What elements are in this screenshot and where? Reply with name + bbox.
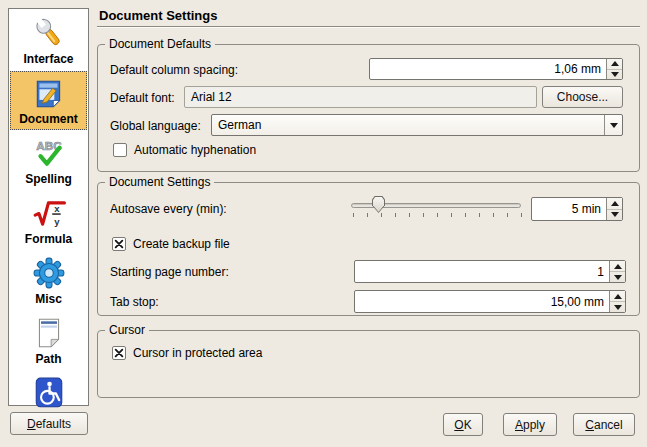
spin-down-icon[interactable] bbox=[607, 209, 622, 221]
cancel-button[interactable]: Cancel bbox=[573, 413, 635, 436]
spin-up-icon[interactable] bbox=[610, 291, 625, 301]
choose-font-button[interactable]: Choose... bbox=[542, 86, 623, 108]
sidebar-item-label: Misc bbox=[35, 292, 62, 306]
group-document-settings: Document Settings Autosave every (min): … bbox=[97, 182, 640, 316]
sidebar-item-label: Spelling bbox=[25, 172, 72, 186]
column-spacing-spinbox[interactable]: 1,06 mm bbox=[369, 58, 623, 80]
category-list: Interface Document ABC Spelling x y Form… bbox=[8, 8, 89, 406]
document-icon bbox=[32, 76, 66, 110]
column-spacing-label: Default column spacing: bbox=[110, 63, 238, 77]
defaults-button[interactable]: Defaults bbox=[10, 412, 88, 435]
accessibility-icon bbox=[32, 376, 66, 410]
create-backup-checkbox[interactable] bbox=[112, 237, 126, 251]
column-spacing-value[interactable]: 1,06 mm bbox=[370, 62, 606, 76]
wrench-icon bbox=[32, 16, 66, 50]
autosave-label: Autosave every (min): bbox=[110, 202, 227, 216]
autosave-spinbox[interactable]: 5 min bbox=[531, 197, 623, 221]
tab-stop-spinbox[interactable]: 15,00 mm bbox=[354, 290, 626, 313]
default-font-field: Arial 12 bbox=[184, 86, 537, 108]
starting-page-value[interactable]: 1 bbox=[355, 265, 609, 279]
formula-icon: x y bbox=[32, 196, 66, 230]
apply-button[interactable]: Apply bbox=[503, 413, 557, 436]
default-font-value: Arial 12 bbox=[191, 90, 232, 104]
spin-up-icon[interactable] bbox=[607, 59, 622, 69]
sidebar-item-spelling[interactable]: ABC Spelling bbox=[10, 131, 87, 190]
x-mark-icon bbox=[114, 239, 124, 249]
tab-stop-value[interactable]: 15,00 mm bbox=[355, 295, 609, 309]
spin-down-icon[interactable] bbox=[610, 301, 625, 312]
default-font-label: Default font: bbox=[110, 91, 175, 105]
group-legend: Document Settings bbox=[105, 175, 214, 189]
sidebar-item-label: Path bbox=[35, 352, 61, 366]
sidebar-item-label: Formula bbox=[25, 232, 72, 246]
autosave-slider-handle[interactable] bbox=[372, 196, 385, 213]
ok-button[interactable]: OK bbox=[443, 413, 483, 436]
spin-up-icon[interactable] bbox=[610, 261, 625, 271]
starting-page-spinbox[interactable]: 1 bbox=[354, 260, 626, 283]
page-icon bbox=[32, 316, 66, 350]
spin-up-icon[interactable] bbox=[607, 198, 622, 209]
x-mark-icon bbox=[114, 348, 124, 358]
svg-text:x: x bbox=[54, 203, 60, 214]
group-legend: Document Defaults bbox=[105, 37, 215, 51]
automatic-hyphenation-checkbox[interactable] bbox=[113, 143, 127, 157]
spin-down-icon[interactable] bbox=[607, 69, 622, 80]
tab-stop-label: Tab stop: bbox=[110, 295, 159, 309]
cursor-protected-checkbox[interactable] bbox=[112, 346, 126, 360]
starting-page-label: Starting page number: bbox=[110, 265, 229, 279]
sidebar-item-formula[interactable]: x y Formula bbox=[10, 191, 87, 250]
title-separator bbox=[97, 26, 640, 28]
sidebar-item-label: Document bbox=[19, 112, 78, 126]
sidebar-item-document[interactable]: Document bbox=[10, 71, 87, 130]
spin-down-icon[interactable] bbox=[610, 271, 625, 282]
page-title: Document Settings bbox=[99, 8, 217, 23]
global-language-value: German bbox=[212, 118, 604, 132]
automatic-hyphenation-label[interactable]: Automatic hyphenation bbox=[134, 143, 256, 157]
sidebar-item-misc[interactable]: Misc bbox=[10, 251, 87, 310]
group-legend: Cursor bbox=[105, 323, 149, 337]
group-cursor: Cursor Cursor in protected area bbox=[97, 330, 640, 398]
chevron-down-icon[interactable] bbox=[604, 115, 622, 135]
global-language-label: Global language: bbox=[110, 119, 201, 133]
spellcheck-icon: ABC bbox=[32, 136, 66, 170]
gear-icon bbox=[32, 256, 66, 290]
group-document-defaults: Document Defaults Default column spacing… bbox=[97, 44, 640, 172]
create-backup-label[interactable]: Create backup file bbox=[133, 237, 230, 251]
svg-text:y: y bbox=[54, 216, 60, 227]
global-language-select[interactable]: German bbox=[211, 114, 623, 136]
autosave-slider-ticks bbox=[353, 213, 523, 217]
sidebar-item-path[interactable]: Path bbox=[10, 311, 87, 370]
autosave-value[interactable]: 5 min bbox=[532, 202, 606, 216]
sidebar-item-label: Interface bbox=[23, 52, 73, 66]
cursor-protected-label[interactable]: Cursor in protected area bbox=[133, 346, 262, 360]
sidebar-item-interface[interactable]: Interface bbox=[10, 11, 87, 70]
